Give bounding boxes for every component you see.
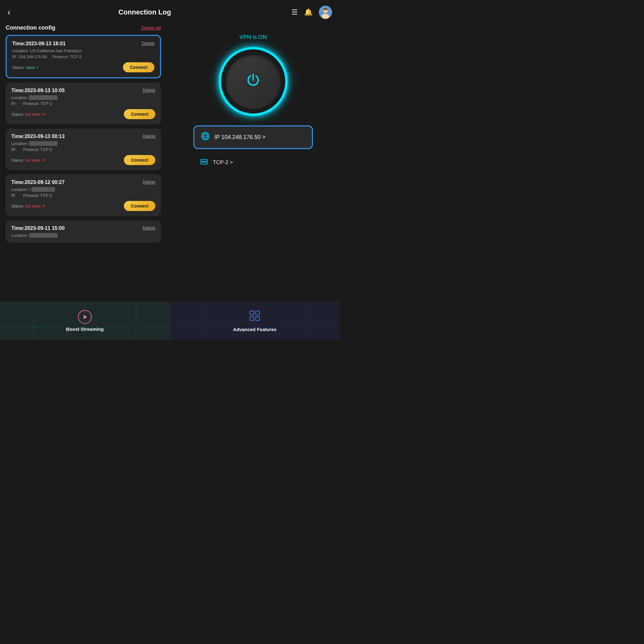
log-time-5: Time:2023-09-11 15:00 [11, 225, 65, 231]
log-time-1: Time:2023-09-13 18:01 [12, 41, 66, 47]
vpn-status: VPN is ON [239, 34, 267, 41]
svg-point-18 [31, 325, 36, 330]
svg-point-2 [322, 14, 329, 19]
globe-icon [201, 131, 210, 143]
power-button-container [219, 47, 288, 116]
log-card-4: Time:2023-09-12 00:27 Delete Location: !… [6, 175, 161, 216]
status-value-2: not work ✕ [25, 112, 45, 117]
log-status-row-1: Status: work ✓ Connect [12, 62, 154, 72]
section-header: Connection config Delete All [6, 25, 161, 31]
header-icons: ☰ 🔔 [291, 6, 332, 19]
log-ip-3: IP: Protocol: TCP-2 [11, 147, 155, 152]
bell-icon[interactable]: 🔔 [304, 8, 313, 16]
menu-icon[interactable]: ☰ [291, 8, 298, 16]
log-status-row-2: Status: not work ✕ Connect [11, 109, 155, 119]
blurred-location-5 [29, 233, 57, 238]
log-ip-4: IP: Protocol: TCP-2 [11, 193, 155, 198]
boost-streaming-button[interactable]: Boost Streaming [0, 302, 170, 340]
ip-text: IP 104.248.176.50 > [214, 134, 306, 141]
log-delete-5[interactable]: Delete [143, 225, 155, 230]
avatar[interactable] [319, 6, 332, 19]
log-card-2: Time:2023-09-13 10:05 Delete Location: I… [6, 83, 161, 124]
back-button[interactable]: ‹ [8, 7, 10, 17]
blurred-location-2 [29, 95, 57, 100]
log-location-4: Location: ! [11, 187, 155, 192]
right-panel: VPN is ON [167, 25, 340, 302]
log-location-3: Location: [11, 141, 155, 146]
log-location-2: Location: [11, 95, 155, 100]
log-status-2: Status: not work ✕ [11, 112, 45, 117]
log-delete-4[interactable]: Delete [143, 180, 155, 185]
log-status-row-3: Status: not work ✕ Connect [11, 155, 155, 165]
log-card-5: Time:2023-09-11 15:00 Delete Location: [6, 220, 161, 243]
header: ‹ Connection Log ☰ 🔔 [0, 0, 340, 25]
connect-button-2[interactable]: Connect [124, 109, 155, 119]
log-status-row-4: Status: not work ✕ Connect [11, 201, 155, 211]
log-delete-3[interactable]: Delete [143, 134, 155, 139]
advanced-features-button[interactable]: Advanced Features [170, 302, 340, 340]
main-content: Connection config Delete All Time:2023-0… [0, 25, 340, 302]
status-value-1: work ✓ [26, 65, 39, 70]
circuit-bg-right [170, 302, 340, 340]
svg-rect-10 [201, 159, 208, 161]
protocol-box[interactable]: TCP-2 > [193, 154, 313, 171]
ip-box[interactable]: IP 104.248.176.50 > [193, 125, 313, 149]
status-value-4: not work ✕ [25, 204, 45, 208]
log-time-2: Time:2023-09-13 10:05 [11, 88, 65, 93]
log-status-4: Status: not work ✕ [11, 204, 45, 208]
log-card-3: Time:2023-09-13 00:13 Delete Location: I… [6, 129, 161, 170]
log-location-5: Location: [11, 233, 155, 238]
log-delete-1[interactable]: Delete [142, 41, 154, 46]
delete-all-button[interactable]: Delete All [141, 25, 161, 31]
page-title: Connection Log [17, 8, 273, 16]
protocol-text: TCP-2 > [213, 159, 233, 166]
blurred-location-4 [31, 187, 55, 192]
log-ip-2: IP: Protocol: TCP-2 [11, 101, 155, 106]
connect-button-3[interactable]: Connect [124, 155, 155, 165]
protocol-icon [200, 157, 208, 168]
log-time-3: Time:2023-09-13 00:13 [11, 134, 65, 139]
connect-button-4[interactable]: Connect [124, 201, 155, 211]
svg-rect-4 [323, 8, 328, 10]
circuit-bg-left [0, 302, 170, 340]
log-time-4: Time:2023-09-12 00:27 [11, 180, 65, 185]
avatar-image [319, 6, 332, 19]
svg-rect-11 [201, 162, 208, 164]
blurred-location-3 [29, 141, 57, 146]
log-location-1: Location: US-California-San Francisco [12, 48, 154, 53]
log-status-3: Status: not work ✕ [11, 158, 45, 163]
log-ip-1: IP: 104.248.176.50 Protocol: TCP-2 [12, 54, 154, 59]
svg-point-29 [201, 325, 206, 330]
log-card-1: Time:2023-09-13 18:01 Delete Location: U… [6, 35, 161, 78]
bottom-bar: Boost Streaming Advanced Features [0, 302, 340, 340]
status-value-3: not work ✕ [25, 158, 45, 163]
section-title: Connection config [6, 25, 55, 31]
log-status-1: Status: work ✓ [12, 65, 39, 70]
log-delete-2[interactable]: Delete [143, 88, 155, 93]
left-panel: Connection config Delete All Time:2023-0… [0, 25, 167, 302]
power-ring [219, 47, 288, 116]
connect-button-1[interactable]: Connect [123, 62, 154, 72]
